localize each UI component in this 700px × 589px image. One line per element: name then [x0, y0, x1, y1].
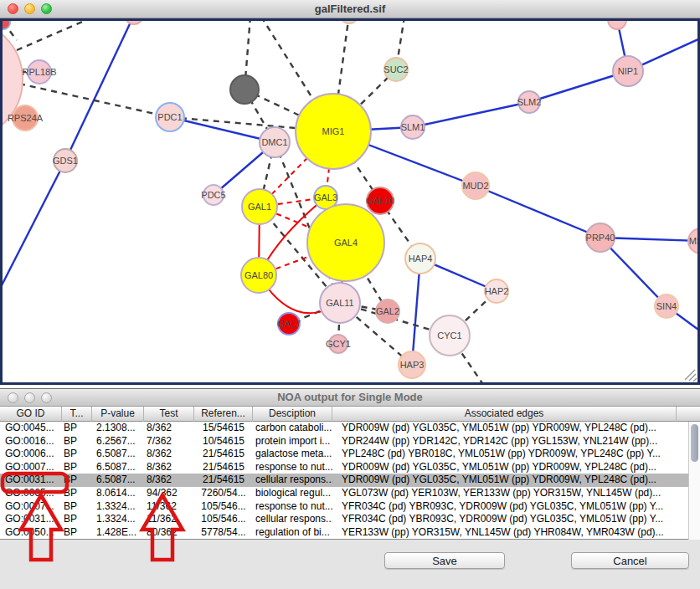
resize-grip[interactable] [693, 378, 697, 382]
table-row[interactable]: GO:0050...BP1.428E...80/3625778/54...reg… [0, 526, 700, 540]
network-window-titlebar: galFiltered.sif [0, 0, 700, 18]
table-cell: BP [62, 500, 92, 514]
table-cell: 8/362 [144, 422, 194, 435]
node-label-RPS24A: RPS24A [8, 113, 44, 123]
table-cell: 2.1308... [92, 422, 144, 435]
table-cell: YPL248C (pd) YBR018C, YML051W (pp) YDR00… [332, 448, 677, 461]
scrollbar-thumb[interactable] [691, 424, 698, 462]
table-cell: YDR244W (pp) YDR142C, YDR142C (pp) YGL15… [332, 435, 677, 448]
table-row[interactable]: GO:0031...BP6.5087...8/36221/54615cellul… [0, 474, 700, 487]
table-cell: GO:0006... [0, 448, 62, 461]
table-cell: YDR009W (pd) YGL035C, YML051W (pp) YDR00… [332, 474, 677, 487]
network-edge[interactable] [65, 21, 134, 161]
resize-grip[interactable] [685, 370, 695, 380]
table-cell: regulation of bi... [253, 526, 332, 540]
table-cell: 8.0614... [92, 487, 144, 500]
table-cell: BP [62, 487, 92, 500]
node-label-GDS1: GDS1 [53, 156, 78, 166]
table-row[interactable]: GO:0065...BP8.0614...94/3627260/54...bio… [0, 487, 700, 500]
table-cell: YGL073W (pd) YER103W, YER133W (pp) YOR31… [332, 487, 677, 500]
column-header-test[interactable]: Test [144, 407, 194, 422]
network-window-title: galFiltered.sif [0, 3, 700, 15]
node-label-MUD2: MUD2 [462, 181, 488, 191]
table-cell: 8/362 [144, 461, 194, 474]
node-label-GAL3: GAL3 [314, 192, 337, 202]
node-label-HAP4: HAP4 [409, 254, 433, 264]
noa-window-title: NOA output for Single Mode [0, 391, 700, 403]
table-cell: 8/362 [144, 474, 194, 487]
table-cell: YDR009W (pd) YGL035C, YML051W (pp) YDR00… [332, 461, 677, 474]
table-cell: 1.428E... [92, 526, 144, 540]
node-label-SLM1: SLM1 [401, 122, 425, 132]
node-label-GAL80: GAL80 [244, 270, 273, 280]
node-label-GAL2: GAL2 [376, 306, 399, 316]
network-edge[interactable] [3, 161, 65, 289]
node-label-HAP3: HAP3 [400, 360, 425, 370]
column-header-blank [677, 407, 688, 422]
node-label-SIN4: SIN4 [656, 301, 677, 311]
noa-window: NOA output for Single Mode GO IDT...P-va… [0, 388, 700, 589]
table-cell: 15/54615 [194, 422, 253, 435]
node-label-MIG1: MIG1 [322, 126, 345, 136]
table-cell: 6.5087... [92, 474, 144, 487]
network-edge[interactable] [170, 117, 275, 142]
column-header-t[interactable]: T... [62, 407, 92, 422]
table-cell: GO:0050... [0, 526, 62, 540]
node-top-pink-1[interactable] [125, 21, 143, 24]
column-header-referen[interactable]: Referen... [194, 407, 253, 422]
table-cell: GO:0007... [0, 461, 62, 474]
node-top-green[interactable] [340, 21, 358, 23]
node-gray-node[interactable] [230, 75, 259, 104]
column-header-goid[interactable]: GO ID [0, 407, 62, 422]
table-cell: 11/362 [144, 500, 194, 514]
table-cell: 7260/54... [194, 487, 253, 500]
node-top-pink-2[interactable] [608, 21, 626, 29]
table-row[interactable]: GO:0007...BP6.5087...8/36221/54615respon… [0, 461, 700, 474]
table-row[interactable]: GO:0007...BP1.3324...11/362105/546...res… [0, 500, 700, 514]
table-cell: galactose meta... [253, 448, 332, 461]
column-header-desciption[interactable]: Desciption [253, 407, 332, 422]
vertical-scrollbar[interactable] [688, 422, 700, 540]
table-cell: GO:0007... [0, 500, 62, 514]
table-body: GO:0045...BP2.1308...8/36215/54615carbon… [0, 422, 700, 540]
table-cell: GO:0031... [0, 513, 62, 526]
node-label-GCY1: GCY1 [326, 339, 351, 349]
table-cell: YFR034C (pd) YBR093C, YDR009W (pd) YGL03… [332, 513, 677, 526]
network-canvas[interactable]: RPL18BRPS24AGDS1PDC1DMC1MIG1SUC2SLM1SLM2… [0, 18, 700, 385]
network-edge[interactable] [413, 102, 529, 127]
table-cell: BP [62, 435, 92, 448]
network-edge[interactable] [476, 186, 600, 238]
node-label-DMC1: DMC1 [261, 137, 287, 147]
node-corner[interactable] [3, 21, 10, 29]
table-header: GO IDT...P-valueTestReferen...Desciption… [0, 407, 700, 422]
table-cell: 1.3324... [92, 513, 144, 526]
node-label-NIP1: NIP1 [618, 66, 638, 76]
network-edge[interactable] [412, 259, 420, 365]
column-header-pvalue[interactable]: P-value [92, 407, 144, 422]
table-cell: cellular respons... [253, 474, 332, 487]
table-row[interactable]: GO:0006...BP6.5087...8/36221/54615galact… [0, 448, 700, 461]
table-cell: YFR034C (pd) YBR093C, YDR009W (pd) YGL03… [332, 500, 677, 514]
cancel-button[interactable]: Cancel [571, 552, 689, 569]
table-row[interactable]: GO:0031...BP1.3324...11/362105/546...cel… [0, 513, 700, 526]
table-cell: biological regul... [253, 487, 332, 500]
table-cell: BP [62, 422, 92, 435]
node-label-PRP40: PRP40 [586, 233, 615, 243]
node-label-CYC1: CYC1 [437, 330, 461, 341]
network-graph: RPL18BRPS24AGDS1PDC1DMC1MIG1SUC2SLM1SLM2… [3, 21, 697, 382]
table-cell: BP [62, 448, 92, 461]
table-row[interactable]: GO:0016...BP6.2567...7/36210/54615protei… [0, 435, 700, 448]
table-cell: GO:0065... [0, 487, 62, 500]
save-button[interactable]: Save [384, 552, 505, 569]
network-edge[interactable] [17, 21, 94, 50]
table-row[interactable]: GO:0045...BP2.1308...8/36215/54615carbon… [0, 422, 700, 435]
table-cell: protein import i... [253, 435, 332, 448]
node-label-GAL10: GAL10 [366, 196, 394, 206]
node-label-GAL1: GAL1 [248, 202, 271, 212]
table-cell: 6.2567... [92, 435, 144, 448]
column-header-associatededges[interactable]: Associated edges [332, 407, 677, 422]
table-cell: 10/54615 [194, 435, 253, 448]
node-label-SUC2: SUC2 [383, 64, 408, 74]
table-cell: YDR009W (pd) YGL035C, YML051W (pp) YDR00… [332, 422, 677, 435]
table-cell: 94/362 [144, 487, 194, 500]
